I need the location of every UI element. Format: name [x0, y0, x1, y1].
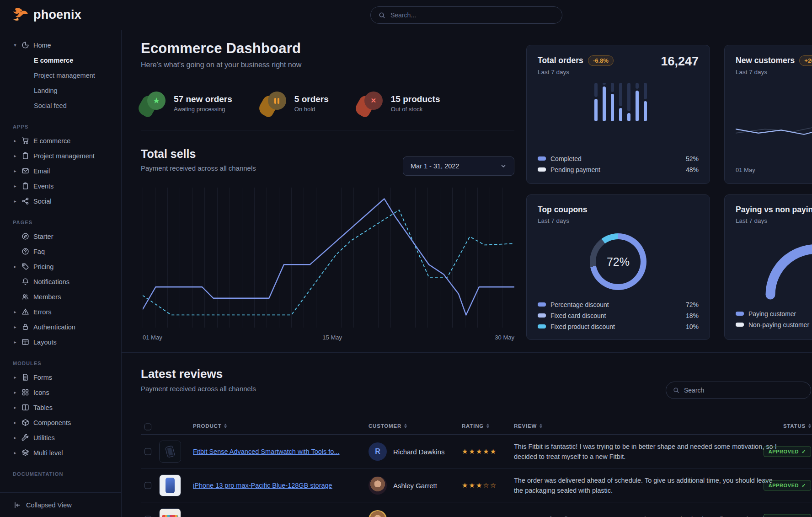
clipboard-icon: [21, 152, 29, 160]
sidebar-item-faq[interactable]: ▸ Faq: [0, 244, 121, 259]
sidebar-item-icons[interactable]: ▸ Icons: [0, 385, 121, 400]
page-subtitle: Here's what's going on at your business …: [141, 61, 301, 69]
order-bar: [627, 83, 630, 121]
sidebar-item-errors[interactable]: ▸ Errors: [0, 304, 121, 319]
customer-avatar[interactable]: [369, 510, 387, 517]
table-row: iPhone 13 pro max-Pacific Blue-128GB sto…: [141, 469, 812, 502]
card-title: Paying vs non paying: [736, 205, 812, 215]
legend-label: Percentage discount: [550, 301, 681, 308]
column-header-review[interactable]: REVIEW: [514, 423, 542, 429]
legend-label: Fixed card discount: [550, 312, 681, 319]
phoenix-logo[interactable]: phoenix: [12, 8, 81, 22]
sidebar-item-starter[interactable]: ▸ Starter: [0, 229, 121, 244]
customer-avatar[interactable]: R: [369, 442, 387, 461]
sidebar-item-components[interactable]: ▸ Components: [0, 415, 121, 430]
sidebar-item-authentication[interactable]: ▸ Authentication: [0, 319, 121, 334]
stat-caption: Awating processing: [174, 106, 232, 113]
row-checkbox[interactable]: [144, 482, 151, 489]
logo-text: phoenix: [33, 8, 81, 22]
sidebar-subitem-project-management[interactable]: Project management: [0, 68, 121, 83]
column-header-status[interactable]: STATUS: [783, 423, 811, 429]
collapse-icon: [14, 501, 21, 509]
customer-avatar[interactable]: [369, 476, 387, 495]
sidebar-subitem-social-feed[interactable]: Social feed: [0, 98, 121, 113]
sidebar-item-layouts[interactable]: ▸ Layouts: [0, 334, 121, 350]
product-link[interactable]: Fitbit Sense Advanced Smartwatch with To…: [193, 448, 340, 455]
legend-swatch: [736, 312, 744, 316]
x-tick: 01 May: [736, 167, 755, 173]
share-icon: [21, 197, 29, 205]
reviews-search[interactable]: [666, 382, 811, 399]
caret-right-icon: ▸: [13, 405, 17, 410]
order-bar: [603, 83, 606, 121]
new-customers-card: New customers +26.5% Last 7 days 01 May: [724, 45, 812, 184]
card-title: New customers: [736, 56, 795, 65]
reviews-search-input[interactable]: [684, 387, 804, 394]
caret-right-icon: ▸: [13, 450, 17, 455]
card-title: Top coupons: [538, 205, 588, 215]
sidebar-item-members[interactable]: ▸ Members: [0, 289, 121, 304]
divider: [141, 130, 514, 130]
sidebar-item-social[interactable]: ▸ Social: [0, 194, 121, 209]
column-header-product[interactable]: PRODUCT: [193, 423, 227, 429]
sidebar-item-forms[interactable]: ▸ Forms: [0, 370, 121, 385]
file-text-icon: [21, 373, 29, 381]
collapsed-view-label: Collapsed View: [26, 501, 72, 509]
legend-swatch: [538, 302, 546, 307]
page-header: Ecommerce Dashboard Here's what's going …: [141, 40, 301, 69]
global-search-input[interactable]: [390, 11, 554, 19]
legend-swatch: [736, 323, 744, 327]
stat-caption: Out of stock: [391, 106, 440, 113]
order-bar: [644, 83, 647, 121]
customer-name: Ashley Garrett: [393, 481, 437, 489]
sidebar-item-multi-level[interactable]: ▸ Multi level: [0, 445, 121, 460]
latest-reviews-header: Latest reviews Payment received across a…: [141, 367, 256, 393]
sidebar-item-email[interactable]: ▸ Email: [0, 163, 121, 178]
table-row: Fitbit Sense Advanced Smartwatch with To…: [141, 435, 812, 469]
stat-value: 15 products: [391, 94, 440, 104]
date-range-select[interactable]: Mar 1 - 31, 2022: [403, 156, 514, 176]
sidebar-item-events[interactable]: ▸ Events: [0, 178, 121, 194]
caret-right-icon: ▸: [13, 264, 17, 269]
product-thumbnail[interactable]: [159, 441, 181, 463]
legend-label: Completed: [550, 155, 681, 162]
total-sells-header: Total sells Payment received across all …: [141, 147, 256, 172]
total-sells-title: Total sells: [141, 147, 256, 161]
row-checkbox[interactable]: [144, 448, 151, 455]
stat-item: 5 orders On hold: [261, 91, 329, 116]
sidebar-subitem-e-commerce[interactable]: E commerce: [0, 53, 121, 68]
caret-right-icon: ▸: [13, 375, 17, 380]
legend-swatch: [538, 324, 546, 329]
legend-label: Pending payment: [550, 166, 681, 173]
sidebar-item-project-management[interactable]: ▸ Project management: [0, 148, 121, 163]
legend-item: Completed 52%: [538, 155, 699, 162]
coupons-donut-chart: 72%: [590, 233, 646, 290]
product-thumbnail[interactable]: [159, 508, 181, 517]
sidebar-item-home[interactable]: ▾ Home: [0, 38, 121, 53]
sidebar-item-pricing[interactable]: ▸ Pricing: [0, 259, 121, 274]
stat-caption: On hold: [294, 106, 329, 113]
sidebar-subitem-landing[interactable]: Landing: [0, 83, 121, 98]
column-header-customer[interactable]: CUSTOMER: [369, 423, 407, 429]
caret-down-icon[interactable]: ▾: [13, 43, 17, 48]
column-header-rating[interactable]: RATING: [462, 423, 489, 429]
global-search[interactable]: [370, 6, 562, 24]
order-bar: [611, 83, 614, 121]
legend-value: 72%: [686, 301, 699, 308]
orders-legend: Completed 52% Pending payment 48%: [538, 155, 699, 173]
product-link[interactable]: iPhone 13 pro max-Pacific Blue-128GB sto…: [193, 482, 332, 489]
cube-icon: [21, 419, 29, 426]
sidebar-item-notifications[interactable]: ▸ Notifications: [0, 274, 121, 289]
sidebar-item-e-commerce[interactable]: ▸ E commerce: [0, 133, 121, 148]
sidebar-item-tables[interactable]: ▸ Tables: [0, 400, 121, 415]
users-icon: [21, 293, 29, 301]
caret-right-icon: ▸: [13, 309, 17, 314]
stats-row: ★ 57 new orders Awating processing 5 ord…: [140, 91, 440, 116]
collapsed-view-toggle[interactable]: Collapsed View: [0, 492, 121, 517]
caret-right-icon: ▸: [13, 420, 17, 425]
legend-swatch: [538, 156, 546, 161]
select-all-checkbox[interactable]: [144, 423, 151, 430]
sort-icon: [486, 424, 489, 428]
sidebar-item-utilities[interactable]: ▸ Utilities: [0, 430, 121, 445]
product-thumbnail[interactable]: [159, 474, 181, 496]
